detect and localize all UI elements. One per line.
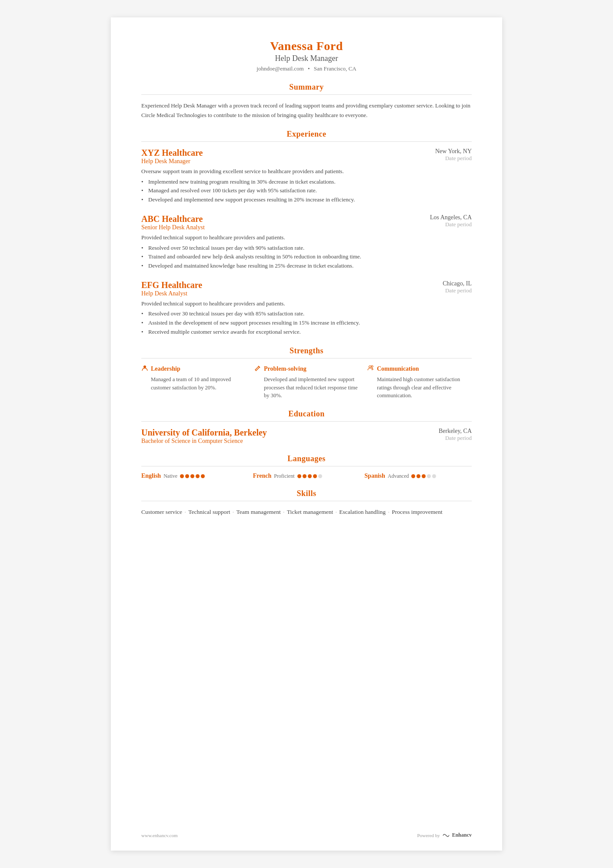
exp-location: New York, NY <box>435 148 472 155</box>
page-footer: www.enhancv.com Powered by Enhancv <box>141 832 472 838</box>
exp-bullet-item: Developed and implemented new support pr… <box>141 195 472 204</box>
exp-date: Date period <box>435 155 472 162</box>
resume-page: Vanessa Ford Help Desk Manager johndoe@e… <box>111 17 502 851</box>
edu-location: Berkeley, CA <box>439 428 472 435</box>
edu-right: Berkeley, CADate period <box>439 428 472 445</box>
footer-url: www.enhancv.com <box>141 833 178 838</box>
candidate-title: Help Desk Manager <box>141 54 472 63</box>
strength-desc: Managed a team of 10 and improved custom… <box>141 375 246 392</box>
exp-company: ABC Healthcare <box>141 214 205 224</box>
candidate-email: johndoe@email.com <box>257 65 303 72</box>
enhancv-logo-icon <box>442 832 450 838</box>
exp-location: Los Angeles, CA <box>430 214 472 221</box>
exp-entry-right: New York, NYDate period <box>435 148 472 162</box>
dot-empty <box>318 474 322 478</box>
dot-filled <box>201 474 205 478</box>
language-level: Advanced <box>388 473 409 479</box>
strength-item: LeadershipManaged a team of 10 and impro… <box>141 365 246 400</box>
skills-title: Skills <box>141 489 472 498</box>
strength-header: Leadership <box>141 365 246 373</box>
skills-separator: · <box>386 509 391 515</box>
language-item: EnglishNative <box>141 473 249 479</box>
skill-item: Process improvement <box>392 509 443 515</box>
exp-entry-header: EFG HealthcareHelp Desk AnalystChicago, … <box>141 280 472 297</box>
education-entries: University of California, BerkeleyBachel… <box>141 428 472 445</box>
exp-company: XYZ Healthcare <box>141 148 203 158</box>
strengths-grid: LeadershipManaged a team of 10 and impro… <box>141 365 472 400</box>
experience-divider <box>141 141 472 142</box>
dot-filled <box>313 474 317 478</box>
strength-header: Communication <box>367 365 472 373</box>
skills-text: Customer service · Technical support · T… <box>141 507 472 517</box>
dot-filled <box>180 474 184 478</box>
exp-bullet-item: Managed and resolved over 100 tickets pe… <box>141 186 472 195</box>
experience-entry: XYZ HealthcareHelp Desk ManagerNew York,… <box>141 148 472 204</box>
education-entry: University of California, BerkeleyBachel… <box>141 428 472 445</box>
strength-desc: Developed and implemented new support pr… <box>254 375 359 400</box>
exp-bullet-item: Received multiple customer service award… <box>141 328 472 337</box>
strength-desc: Maintained high customer satisfaction ra… <box>367 375 472 400</box>
exp-bullet-item: Resolved over 30 technical issues per da… <box>141 309 472 318</box>
dot-filled <box>308 474 312 478</box>
candidate-location: San Francisco, CA <box>314 65 356 72</box>
dot-filled <box>196 474 200 478</box>
experience-title: Experience <box>141 130 472 139</box>
powered-by-label: Powered by <box>417 833 440 838</box>
language-level: Native <box>163 473 177 479</box>
strengths-title: Strengths <box>141 346 472 355</box>
dot-filled <box>185 474 189 478</box>
exp-bullet-item: Resolved over 50 technical issues per da… <box>141 244 472 253</box>
dot-filled <box>297 474 301 478</box>
summary-text: Experienced Help Desk Manager with a pro… <box>141 101 472 120</box>
exp-desc: Provided technical support to healthcare… <box>141 233 472 242</box>
exp-role: Help Desk Analyst <box>141 290 202 297</box>
svg-point-1 <box>369 365 371 368</box>
enhancv-brand: Enhancv <box>452 832 472 838</box>
edu-left: University of California, BerkeleyBachel… <box>141 428 267 445</box>
skill-item: Ticket management <box>287 509 333 515</box>
strength-icon-0 <box>141 365 148 373</box>
edu-school: University of California, Berkeley <box>141 428 267 438</box>
skills-divider <box>141 501 472 501</box>
skills-section: Skills Customer service · Technical supp… <box>141 489 472 517</box>
exp-entry-header: XYZ HealthcareHelp Desk ManagerNew York,… <box>141 148 472 165</box>
exp-entry-left: ABC HealthcareSenior Help Desk Analyst <box>141 214 205 231</box>
skill-item: Customer service <box>141 509 182 515</box>
dot-filled <box>303 474 306 478</box>
languages-section: Languages EnglishNativeFrenchProficientS… <box>141 454 472 479</box>
strength-item: Problem-solvingDeveloped and implemented… <box>254 365 359 400</box>
exp-desc: Oversaw support team in providing excell… <box>141 167 472 176</box>
language-name: Spanish <box>364 473 385 479</box>
skill-item: Escalation handling <box>339 509 386 515</box>
language-item: FrenchProficient <box>253 473 360 479</box>
experience-entries: XYZ HealthcareHelp Desk ManagerNew York,… <box>141 148 472 337</box>
svg-point-2 <box>371 365 373 367</box>
languages-divider <box>141 466 472 466</box>
exp-desc: Provided technical support to healthcare… <box>141 299 472 308</box>
dot-filled <box>422 474 426 478</box>
language-dots <box>411 474 436 478</box>
exp-entry-right: Chicago, ILDate period <box>443 280 472 294</box>
skills-separator: · <box>183 509 187 515</box>
summary-section: Summary Experienced Help Desk Manager wi… <box>141 83 472 120</box>
education-divider <box>141 421 472 422</box>
dot-empty <box>432 474 436 478</box>
language-name: French <box>253 473 272 479</box>
strength-icon-2 <box>367 365 374 373</box>
edu-header: University of California, BerkeleyBachel… <box>141 428 472 445</box>
exp-entry-right: Los Angeles, CADate period <box>430 214 472 228</box>
language-dots <box>180 474 205 478</box>
dot-filled <box>190 474 194 478</box>
skills-separator: · <box>282 509 286 515</box>
candidate-name: Vanessa Ford <box>141 39 472 53</box>
exp-role: Help Desk Manager <box>141 158 203 165</box>
exp-bullets: Resolved over 30 technical issues per da… <box>141 309 472 336</box>
dot-filled <box>411 474 415 478</box>
strength-title: Problem-solving <box>264 365 306 372</box>
languages-grid: EnglishNativeFrenchProficientSpanishAdva… <box>141 473 472 479</box>
exp-bullet-item: Implemented new training program resulti… <box>141 178 472 187</box>
exp-role: Senior Help Desk Analyst <box>141 224 205 231</box>
dot-filled <box>416 474 420 478</box>
strength-item: CommunicationMaintained high customer sa… <box>367 365 472 400</box>
skills-separator: · <box>334 509 338 515</box>
